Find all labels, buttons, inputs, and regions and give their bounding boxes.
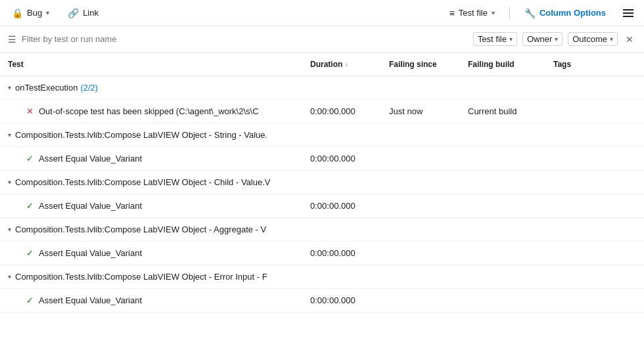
table-row[interactable]: ✓ Assert Equal Value_Variant 0:00:00.000 (0, 242, 644, 265)
toolbar: 🔒 Bug ▾ 🔗 Link ≡ Test file ▾ 🔧 Column Op… (0, 0, 644, 26)
table-container: Test Duration ↓ Failing since Failing bu… (0, 53, 644, 344)
group-row[interactable]: ▾ onTestExecution (2/2) (0, 76, 644, 100)
filter-bar: ☰ Test file ▾ Owner ▾ Outcome ▾ ✕ (0, 26, 644, 53)
test-name-cell: ✕ Out-of-scope test has been skipped (C:… (26, 106, 310, 116)
group-chevron-icon[interactable]: ▾ (8, 131, 11, 139)
menu-icon[interactable] (620, 7, 636, 20)
group-chevron-icon[interactable]: ▾ (8, 179, 11, 186)
table-row[interactable]: ✓ Assert Equal Value_Variant 0:00:00.000 (0, 147, 644, 171)
duration-cell: 0:00:00.000 (310, 248, 389, 258)
group-name: Composition.Tests.lvlib:Compose LabVIEW … (15, 130, 267, 140)
owner-chip-label: Owner (527, 34, 552, 44)
filter-input[interactable] (22, 34, 468, 44)
outcome-chip-label: Outcome (572, 34, 607, 44)
group-row[interactable]: ▾ Composition.Tests.lvlib:Compose LabVIE… (0, 218, 644, 242)
chevron-down-icon2: ▾ (492, 9, 495, 16)
test-file-chip[interactable]: Test file ▾ (473, 32, 517, 46)
test-name-cell: ✓ Assert Equal Value_Variant (26, 201, 310, 211)
col-failing-build-header: Failing build (468, 60, 553, 69)
col-duration-header: Duration ↓ (310, 60, 389, 69)
failing-build-cell: Current build (468, 106, 553, 116)
bug-label: Bug (27, 8, 42, 18)
pass-icon: ✓ (26, 248, 34, 258)
group-chevron-icon[interactable]: ▾ (8, 84, 11, 91)
filter-close-button[interactable]: ✕ (623, 32, 636, 47)
lock-icon: 🔒 (12, 8, 23, 18)
col-tags-header: Tags (553, 60, 606, 69)
group-row[interactable]: ▾ Composition.Tests.lvlib:Compose LabVIE… (0, 171, 644, 194)
group-chevron-icon[interactable]: ▾ (8, 273, 11, 280)
filter-icon: ☰ (8, 34, 16, 45)
link-icon: 🔗 (68, 8, 79, 18)
col-test-header: Test (8, 60, 310, 69)
table-row[interactable]: ✓ Assert Equal Value_Variant 0:00:00.000 (0, 194, 644, 218)
duration-cell: 0:00:00.000 (310, 201, 389, 211)
toolbar-left: 🔒 Bug ▾ 🔗 Link (8, 5, 435, 21)
test-name-text: Assert Equal Value_Variant (39, 201, 142, 211)
toolbar-divider (509, 7, 510, 20)
duration-cell: 0:00:00.000 (310, 106, 389, 116)
sort-arrow-icon[interactable]: ↓ (345, 60, 348, 68)
bug-button[interactable]: 🔒 Bug ▾ (8, 5, 53, 21)
column-options-label: Column Options (540, 8, 606, 18)
link-label: Link (83, 8, 99, 18)
group-chevron-icon[interactable]: ▾ (8, 226, 11, 233)
toolbar-right: ≡ Test file ▾ 🔧 Column Options (446, 5, 636, 21)
chip3-chevron: ▾ (610, 35, 613, 43)
group-name: onTestExecution (15, 83, 78, 93)
test-name-text: Assert Equal Value_Variant (39, 248, 142, 258)
col-failing-since-header: Failing since (389, 60, 468, 69)
test-name-cell: ✓ Assert Equal Value_Variant (26, 154, 310, 163)
test-name-cell: ✓ Assert Equal Value_Variant (26, 248, 310, 258)
chip1-chevron: ▾ (509, 35, 513, 43)
test-file-label: Test file (459, 8, 488, 18)
outcome-chip[interactable]: Outcome ▾ (568, 32, 618, 46)
chevron-down-icon: ▾ (46, 9, 49, 16)
group-count: (2/2) (80, 83, 98, 93)
test-file-chip-label: Test file (478, 34, 507, 44)
owner-chip[interactable]: Owner ▾ (522, 32, 563, 46)
chip2-chevron: ▾ (555, 35, 558, 43)
failing-since-cell: Just now (389, 106, 468, 116)
group-row[interactable]: ▾ Composition.Tests.lvlib:Compose LabVIE… (0, 123, 644, 147)
list-icon: ≡ (449, 8, 455, 18)
test-file-button[interactable]: ≡ Test file ▾ (446, 5, 499, 21)
table-row[interactable]: ✕ Out-of-scope test has been skipped (C:… (0, 100, 644, 123)
pass-icon: ✓ (26, 295, 34, 305)
test-name-text: Assert Equal Value_Variant (39, 295, 142, 305)
duration-cell: 0:00:00.000 (310, 154, 389, 163)
group-name: Composition.Tests.lvlib:Compose LabVIEW … (15, 272, 267, 282)
group-row[interactable]: ▾ Composition.Tests.lvlib:Compose LabVIE… (0, 265, 644, 289)
fail-icon: ✕ (26, 106, 34, 116)
table-row[interactable]: ✓ Assert Equal Value_Variant 0:00:00.000 (0, 289, 644, 312)
filter-chips: Test file ▾ Owner ▾ Outcome ▾ ✕ (473, 32, 636, 47)
table-header: Test Duration ↓ Failing since Failing bu… (0, 53, 644, 76)
test-name-text: Assert Equal Value_Variant (39, 154, 142, 163)
table-body: ▾ onTestExecution (2/2) ✕ Out-of-scope t… (0, 76, 644, 344)
pass-icon: ✓ (26, 154, 34, 163)
group-name: Composition.Tests.lvlib:Compose LabVIEW … (15, 177, 270, 187)
duration-cell: 0:00:00.000 (310, 295, 389, 305)
link-button[interactable]: 🔗 Link (64, 5, 103, 21)
test-name-cell: ✓ Assert Equal Value_Variant (26, 295, 310, 305)
group-name: Composition.Tests.lvlib:Compose LabVIEW … (15, 225, 266, 234)
column-options-button[interactable]: 🔧 Column Options (520, 5, 610, 21)
test-name-text: Out-of-scope test has been skipped (C:\a… (39, 106, 259, 116)
pass-icon: ✓ (26, 201, 34, 211)
wrench-icon: 🔧 (524, 8, 536, 18)
